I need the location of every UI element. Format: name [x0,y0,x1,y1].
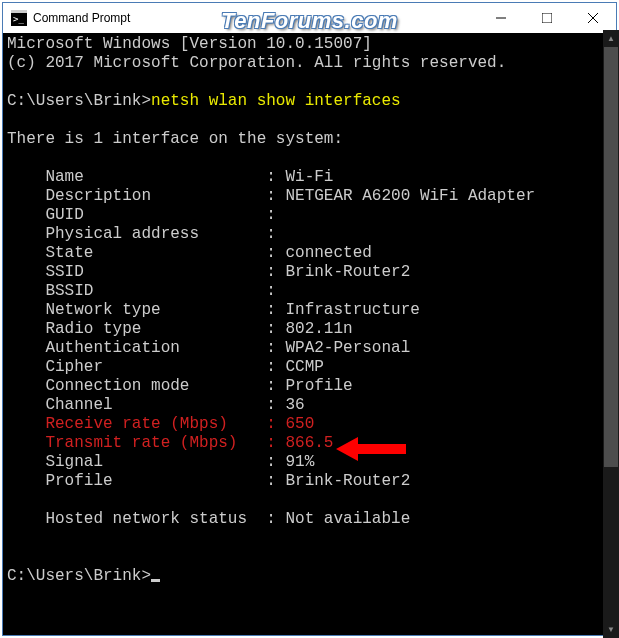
blank-line [7,111,612,130]
scrollbar[interactable]: ▲ ▼ [603,30,619,638]
field-label: Description [45,187,256,205]
field-row-highlighted: Transmit rate (Mbps) : 866.5 [7,434,612,453]
field-value: Wi-Fi [285,168,333,186]
minimize-button[interactable] [478,3,524,33]
command-prompt-icon: >_ [11,10,27,26]
field-label: Physical address [45,225,256,243]
field-label: Authentication [45,339,256,357]
field-row: Authentication : WPA2-Personal [7,339,612,358]
field-value: 802.11n [285,320,352,338]
copyright-line: (c) 2017 Microsoft Corporation. All righ… [7,54,612,73]
scroll-up-icon[interactable]: ▲ [603,30,619,47]
maximize-button[interactable] [524,3,570,33]
window-title: Command Prompt [33,11,478,25]
field-row: Signal : 91% [7,453,612,472]
field-value: Brink-Router2 [285,472,410,490]
hosted-label: Hosted network status [45,510,256,528]
field-value: 650 [285,415,314,433]
field-row: Description : NETGEAR A6200 WiFi Adapter [7,187,612,206]
scroll-down-icon[interactable]: ▼ [603,621,619,638]
field-value: 36 [285,396,304,414]
prompt-line: C:\Users\Brink> [7,567,612,586]
field-label: BSSID [45,282,256,300]
field-value: Infrastructure [285,301,419,319]
prompt-line: C:\Users\Brink>netsh wlan show interface… [7,92,612,111]
scroll-thumb[interactable] [604,47,618,467]
field-label: Name [45,168,256,186]
field-label: Signal [45,453,256,471]
command-prompt-window: >_ Command Prompt Microsoft Windows [Ver… [2,2,617,636]
blank-line [7,73,612,92]
hosted-value: Not available [285,510,410,528]
prompt-path: C:\Users\Brink> [7,567,151,585]
svg-rect-1 [11,10,27,13]
field-label: Receive rate (Mbps) [45,415,256,433]
field-value: 91% [285,453,314,471]
field-row: State : connected [7,244,612,263]
field-row: Connection mode : Profile [7,377,612,396]
blank-line [7,149,612,168]
field-row: GUID : [7,206,612,225]
prompt-path: C:\Users\Brink> [7,92,151,110]
field-row: Physical address : [7,225,612,244]
field-value: connected [285,244,371,262]
field-label: SSID [45,263,256,281]
command-text: netsh wlan show interfaces [151,92,401,110]
field-row: Network type : Infrastructure [7,301,612,320]
field-row: Radio type : 802.11n [7,320,612,339]
field-row: BSSID : [7,282,612,301]
field-value: Brink-Router2 [285,263,410,281]
field-row: SSID : Brink-Router2 [7,263,612,282]
field-label: Radio type [45,320,256,338]
svg-rect-4 [542,13,552,23]
field-row: Channel : 36 [7,396,612,415]
blank-line [7,548,612,567]
terminal-area[interactable]: Microsoft Windows [Version 10.0.15007] (… [3,33,616,635]
field-label: Connection mode [45,377,256,395]
interface-header: There is 1 interface on the system: [7,130,612,149]
field-label: Cipher [45,358,256,376]
field-label: GUID [45,206,256,224]
field-label: Transmit rate (Mbps) [45,434,256,452]
window-buttons [478,3,616,33]
field-row-highlighted: Receive rate (Mbps) : 650 [7,415,612,434]
field-value: CCMP [285,358,323,376]
titlebar[interactable]: >_ Command Prompt [3,3,616,33]
field-label: State [45,244,256,262]
field-value: WPA2-Personal [285,339,410,357]
version-line: Microsoft Windows [Version 10.0.15007] [7,35,612,54]
blank-line [7,491,612,510]
field-value: 866.5 [285,434,333,452]
blank-line [7,529,612,548]
cursor [151,579,160,582]
field-value: NETGEAR A6200 WiFi Adapter [285,187,535,205]
field-label: Network type [45,301,256,319]
field-label: Channel [45,396,256,414]
svg-text:>_: >_ [13,14,24,24]
field-row: Name : Wi-Fi [7,168,612,187]
close-button[interactable] [570,3,616,33]
field-label: Profile [45,472,256,490]
field-row: Profile : Brink-Router2 [7,472,612,491]
field-row: Cipher : CCMP [7,358,612,377]
hosted-row: Hosted network status : Not available [7,510,612,529]
field-value: Profile [285,377,352,395]
